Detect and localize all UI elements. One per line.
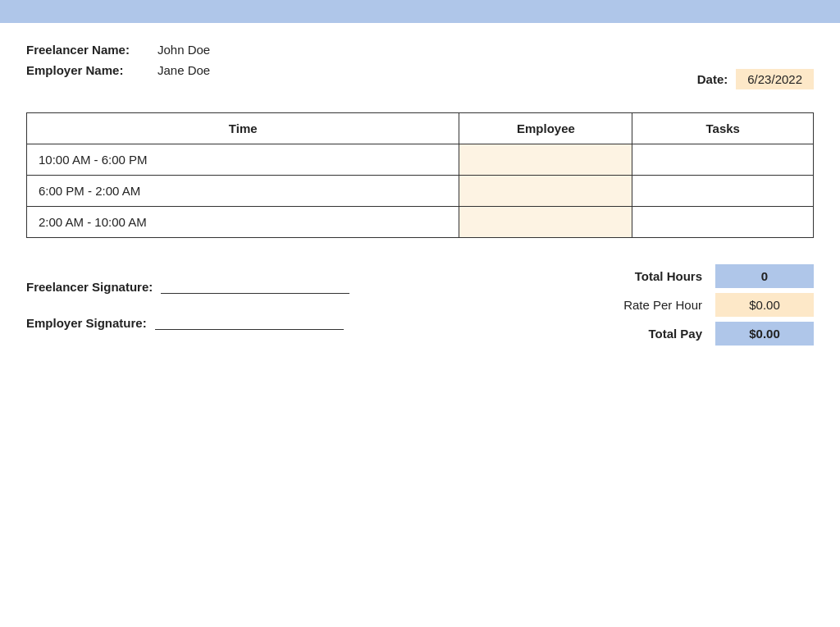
freelancer-name-value: John Doe [158, 43, 210, 57]
header-section: Freelancer Name: John Doe Employer Name:… [26, 43, 814, 89]
cell-tasks-1 [632, 176, 814, 207]
rate-per-hour-row: Rate Per Hour $0.00 [568, 293, 814, 317]
employer-signature-label: Employer Signature: [26, 316, 147, 330]
totals-area: Total Hours 0 Rate Per Hour $0.00 Total … [568, 264, 814, 346]
table-row: 2:00 AM - 10:00 AM [27, 207, 814, 238]
freelancer-signature-line [161, 277, 349, 294]
cell-employee-0 [459, 144, 632, 176]
employer-name-label: Employer Name: [26, 63, 149, 77]
header-left: Freelancer Name: John Doe Employer Name:… [26, 43, 210, 77]
total-pay-label: Total Pay [584, 327, 715, 341]
total-hours-value: 0 [715, 264, 814, 288]
table-header-row: Time Employee Tasks [27, 113, 814, 144]
freelancer-name-row: Freelancer Name: John Doe [26, 43, 210, 57]
header-right: Date: 6/23/2022 [697, 69, 814, 89]
employer-name-row: Employer Name: Jane Doe [26, 63, 210, 77]
employer-signature-line [155, 314, 344, 330]
cell-time-0: 10:00 AM - 6:00 PM [27, 144, 459, 176]
cell-tasks-0 [632, 144, 814, 176]
employer-name-value: Jane Doe [158, 63, 210, 77]
table-row: 6:00 PM - 2:00 AM [27, 176, 814, 207]
page-content: Freelancer Name: John Doe Employer Name:… [0, 23, 840, 372]
col-tasks-header: Tasks [632, 113, 814, 144]
col-time-header: Time [27, 113, 459, 144]
cell-time-1: 6:00 PM - 2:00 AM [27, 176, 459, 207]
date-value: 6/23/2022 [736, 69, 814, 89]
freelancer-signature-label: Freelancer Signature: [26, 280, 153, 294]
cell-employee-1 [459, 176, 632, 207]
total-hours-row: Total Hours 0 [568, 264, 814, 288]
rate-per-hour-label: Rate Per Hour [584, 298, 715, 312]
total-hours-label: Total Hours [584, 269, 715, 283]
employer-signature-row: Employer Signature: [26, 314, 349, 330]
total-pay-row: Total Pay $0.00 [568, 322, 814, 346]
rate-per-hour-value: $0.00 [715, 293, 814, 317]
col-employee-header: Employee [459, 113, 632, 144]
cell-employee-2 [459, 207, 632, 238]
freelancer-name-label: Freelancer Name: [26, 43, 149, 57]
table-row: 10:00 AM - 6:00 PM [27, 144, 814, 176]
top-bar [0, 0, 840, 23]
cell-tasks-2 [632, 207, 814, 238]
signatures-area: Freelancer Signature: Employer Signature… [26, 264, 349, 330]
total-pay-value: $0.00 [715, 322, 814, 346]
cell-time-2: 2:00 AM - 10:00 AM [27, 207, 459, 238]
date-label: Date: [697, 72, 728, 86]
freelancer-signature-row: Freelancer Signature: [26, 277, 349, 294]
summary-section: Freelancer Signature: Employer Signature… [26, 264, 814, 346]
schedule-table: Time Employee Tasks 10:00 AM - 6:00 PM6:… [26, 112, 814, 238]
